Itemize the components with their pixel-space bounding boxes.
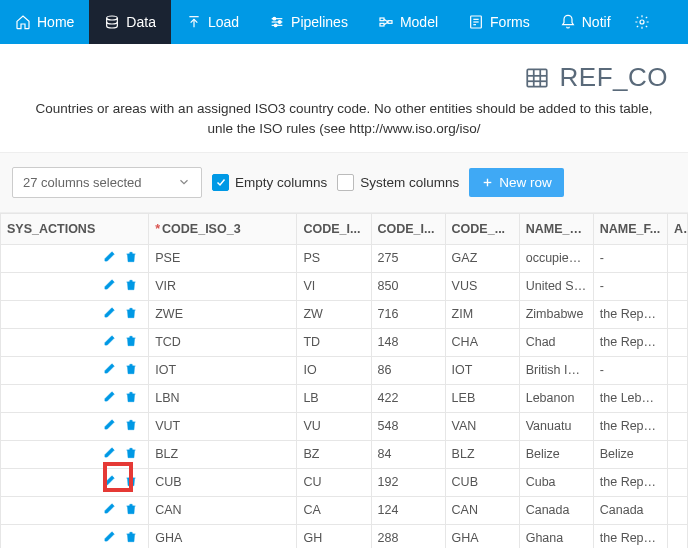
trash-icon[interactable]	[124, 278, 138, 292]
cell-c3[interactable]: 86	[371, 356, 445, 384]
nav-forms[interactable]: Forms	[453, 0, 545, 44]
cell-c2[interactable]: CU	[297, 468, 371, 496]
edit-icon[interactable]	[102, 334, 116, 348]
cell-extra[interactable]	[667, 272, 687, 300]
cell-extra[interactable]	[667, 300, 687, 328]
cell-extra[interactable]	[667, 356, 687, 384]
cell-short[interactable]: Zimbabwe	[519, 300, 593, 328]
cell-iso3[interactable]: VIR	[149, 272, 297, 300]
empty-columns-checkbox[interactable]: Empty columns	[212, 174, 327, 191]
cell-c2[interactable]: PS	[297, 244, 371, 272]
cell-full[interactable]: -	[593, 272, 667, 300]
cell-short[interactable]: occupied Pal	[519, 244, 593, 272]
col-header[interactable]: CODE_...	[445, 213, 519, 244]
cell-full[interactable]: the Lebanese	[593, 384, 667, 412]
cell-c3[interactable]: 716	[371, 300, 445, 328]
cell-c3[interactable]: 422	[371, 384, 445, 412]
cell-c3[interactable]: 84	[371, 440, 445, 468]
trash-icon[interactable]	[124, 250, 138, 264]
edit-icon[interactable]	[102, 390, 116, 404]
columns-selector[interactable]: 27 columns selected	[12, 167, 202, 198]
cell-short[interactable]: Canada	[519, 496, 593, 524]
cell-extra[interactable]	[667, 244, 687, 272]
trash-icon[interactable]	[124, 306, 138, 320]
cell-c4[interactable]: GHA	[445, 524, 519, 548]
cell-iso3[interactable]: TCD	[149, 328, 297, 356]
edit-icon[interactable]	[102, 418, 116, 432]
cell-full[interactable]: the Republic	[593, 328, 667, 356]
cell-short[interactable]: Ghana	[519, 524, 593, 548]
cell-full[interactable]: -	[593, 356, 667, 384]
cell-c2[interactable]: IO	[297, 356, 371, 384]
cell-short[interactable]: Cuba	[519, 468, 593, 496]
edit-icon[interactable]	[102, 502, 116, 516]
edit-icon[interactable]	[102, 306, 116, 320]
new-row-button[interactable]: New row	[469, 168, 564, 197]
cell-extra[interactable]	[667, 440, 687, 468]
cell-c4[interactable]: ZIM	[445, 300, 519, 328]
col-header[interactable]: *CODE_ISO_3	[149, 213, 297, 244]
edit-icon[interactable]	[102, 446, 116, 460]
cell-extra[interactable]	[667, 496, 687, 524]
cell-iso3[interactable]: CUB	[149, 468, 297, 496]
cell-c3[interactable]: 850	[371, 272, 445, 300]
cell-short[interactable]: Chad	[519, 328, 593, 356]
trash-icon[interactable]	[124, 446, 138, 460]
cell-c3[interactable]: 124	[371, 496, 445, 524]
cell-short[interactable]: United States	[519, 272, 593, 300]
cell-c4[interactable]: CUB	[445, 468, 519, 496]
cell-c2[interactable]: VU	[297, 412, 371, 440]
cell-c4[interactable]: BLZ	[445, 440, 519, 468]
cell-full[interactable]: Belize	[593, 440, 667, 468]
cell-extra[interactable]	[667, 328, 687, 356]
cell-short[interactable]: Belize	[519, 440, 593, 468]
edit-icon[interactable]	[102, 362, 116, 376]
trash-icon[interactable]	[124, 334, 138, 348]
cell-extra[interactable]	[667, 468, 687, 496]
nav-pipelines[interactable]: Pipelines	[254, 0, 363, 44]
trash-icon[interactable]	[124, 418, 138, 432]
cell-short[interactable]: Lebanon	[519, 384, 593, 412]
col-header[interactable]: NAME_F...	[593, 213, 667, 244]
cell-c4[interactable]: GAZ	[445, 244, 519, 272]
cell-iso3[interactable]: VUT	[149, 412, 297, 440]
cell-short[interactable]: Vanuatu	[519, 412, 593, 440]
cell-c2[interactable]: BZ	[297, 440, 371, 468]
cell-short[interactable]: British Indian	[519, 356, 593, 384]
cell-full[interactable]: the Republic	[593, 300, 667, 328]
cell-full[interactable]: the Republic	[593, 468, 667, 496]
cell-full[interactable]: the Republic	[593, 524, 667, 548]
nav-notif[interactable]: Notif	[545, 0, 626, 44]
cell-c2[interactable]: VI	[297, 272, 371, 300]
trash-icon[interactable]	[124, 390, 138, 404]
cell-c3[interactable]: 148	[371, 328, 445, 356]
cell-c3[interactable]: 288	[371, 524, 445, 548]
cell-full[interactable]: the Republic	[593, 412, 667, 440]
system-columns-checkbox[interactable]: System columns	[337, 174, 459, 191]
cell-iso3[interactable]: BLZ	[149, 440, 297, 468]
cell-c4[interactable]: LEB	[445, 384, 519, 412]
cell-c4[interactable]: CAN	[445, 496, 519, 524]
edit-icon[interactable]	[102, 278, 116, 292]
cell-c4[interactable]: VUS	[445, 272, 519, 300]
cell-c4[interactable]: IOT	[445, 356, 519, 384]
edit-icon[interactable]	[102, 474, 116, 488]
nav-load[interactable]: Load	[171, 0, 254, 44]
cell-c4[interactable]: VAN	[445, 412, 519, 440]
col-header[interactable]: NAME_S...	[519, 213, 593, 244]
col-header[interactable]: CODE_I...	[297, 213, 371, 244]
cell-full[interactable]: -	[593, 244, 667, 272]
cell-iso3[interactable]: LBN	[149, 384, 297, 412]
nav-home[interactable]: Home	[0, 0, 89, 44]
trash-icon[interactable]	[124, 474, 138, 488]
nav-data[interactable]: Data	[89, 0, 171, 44]
trash-icon[interactable]	[124, 530, 138, 544]
edit-icon[interactable]	[102, 530, 116, 544]
nav-settings[interactable]	[626, 0, 658, 44]
cell-extra[interactable]	[667, 524, 687, 548]
cell-iso3[interactable]: GHA	[149, 524, 297, 548]
cell-c2[interactable]: ZW	[297, 300, 371, 328]
col-header[interactable]: CODE_I...	[371, 213, 445, 244]
cell-full[interactable]: Canada	[593, 496, 667, 524]
cell-c2[interactable]: GH	[297, 524, 371, 548]
